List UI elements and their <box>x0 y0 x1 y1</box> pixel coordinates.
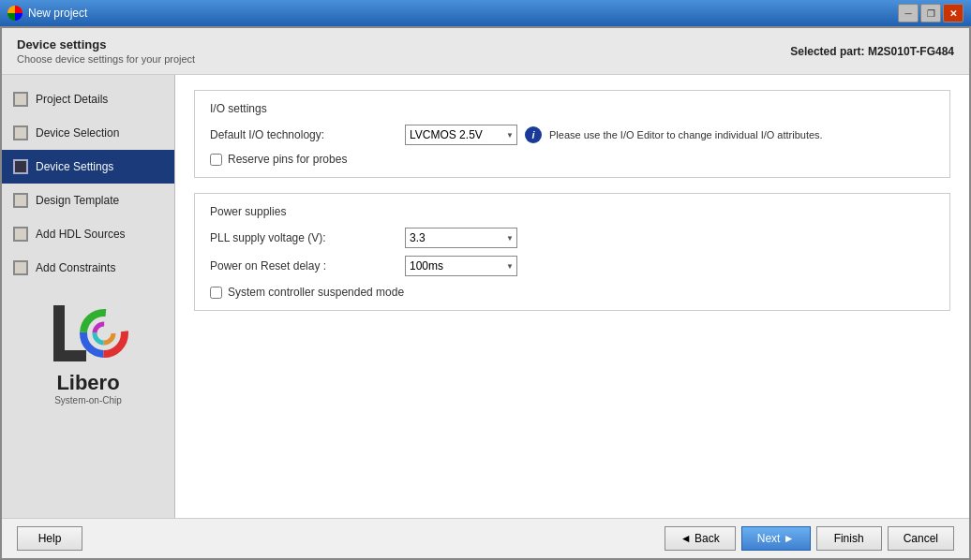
sidebar-bullet-add-constraints <box>13 260 28 275</box>
default-tech-label: Default I/O technology: <box>210 128 397 141</box>
info-icon[interactable]: i <box>525 126 542 143</box>
cancel-button[interactable]: Cancel <box>888 526 954 551</box>
libero-logo-svg <box>46 296 130 371</box>
finish-button[interactable]: Finish <box>816 526 882 551</box>
sidebar-item-project-details[interactable]: Project Details <box>2 82 174 116</box>
reserve-pins-label[interactable]: Reserve pins for probes <box>228 153 347 166</box>
app-icon <box>7 6 22 21</box>
suspended-mode-row: System controller suspended mode <box>210 286 934 299</box>
sidebar-item-add-hdl-sources[interactable]: Add HDL Sources <box>2 217 174 251</box>
selected-part: Selected part: M2S010T-FG484 <box>790 45 954 58</box>
content-area: Project Details Device Selection Device … <box>2 75 969 518</box>
sidebar-label-device-settings: Device Settings <box>36 160 113 173</box>
logo-sub: System-on-Chip <box>54 395 122 405</box>
sidebar-label-add-hdl-sources: Add HDL Sources <box>36 228 126 241</box>
libero-logo: Libero System-on-Chip <box>2 285 174 417</box>
pll-voltage-label: PLL supply voltage (V): <box>210 231 397 244</box>
reset-delay-select-wrapper: 100ms 200ms 50ms 10ms <box>405 256 517 276</box>
close-button[interactable]: ✕ <box>943 4 964 22</box>
default-tech-select[interactable]: LVCMOS 2.5V LVCMOS 3.3V LVCMOS 1.8V LVCM… <box>405 125 517 145</box>
pll-voltage-row: PLL supply voltage (V): 3.3 2.5 1.8 <box>210 228 934 248</box>
suspended-mode-label[interactable]: System controller suspended mode <box>228 286 404 299</box>
header-bar: Device settings Choose device settings f… <box>2 28 969 75</box>
logo-text: Libero <box>56 371 119 395</box>
svg-rect-1 <box>53 350 86 361</box>
info-message: Please use the I/O Editor to change indi… <box>549 129 823 140</box>
restore-button[interactable]: ❐ <box>920 4 941 22</box>
reset-delay-row: Power on Reset delay : 100ms 200ms 50ms … <box>210 256 934 276</box>
sidebar-item-device-selection[interactable]: Device Selection <box>2 116 174 150</box>
reset-delay-label: Power on Reset delay : <box>210 259 397 273</box>
sidebar-item-add-constraints[interactable]: Add Constraints <box>2 251 174 285</box>
main-panel: I/O settings Default I/O technology: LVC… <box>175 75 969 518</box>
sidebar-label-add-constraints: Add Constraints <box>36 261 115 274</box>
sidebar-bullet-add-hdl-sources <box>13 227 28 242</box>
reset-delay-select[interactable]: 100ms 200ms 50ms 10ms <box>405 256 517 276</box>
reserve-pins-row: Reserve pins for probes <box>210 153 934 166</box>
sidebar-bullet-device-settings <box>13 159 28 174</box>
io-settings-title: I/O settings <box>210 102 934 115</box>
sidebar-label-device-selection: Device Selection <box>36 126 119 140</box>
sidebar: Project Details Device Selection Device … <box>2 75 175 518</box>
help-button[interactable]: Help <box>17 526 82 551</box>
sidebar-bullet-project-details <box>13 92 28 107</box>
footer: Help ◄ Back Next ► Finish Cancel <box>2 518 969 558</box>
default-tech-select-wrapper: LVCMOS 2.5V LVCMOS 3.3V LVCMOS 1.8V LVCM… <box>405 125 517 145</box>
pll-voltage-select[interactable]: 3.3 2.5 1.8 <box>405 228 517 248</box>
sidebar-label-project-details: Project Details <box>36 93 108 106</box>
power-supplies-title: Power supplies <box>210 205 934 218</box>
title-bar: New project ─ ❐ ✕ <box>0 0 971 26</box>
minimize-button[interactable]: ─ <box>898 4 919 22</box>
back-button[interactable]: ◄ Back <box>665 526 736 551</box>
reserve-pins-checkbox[interactable] <box>210 154 222 166</box>
footer-right: ◄ Back Next ► Finish Cancel <box>665 526 954 551</box>
next-button[interactable]: Next ► <box>741 526 811 551</box>
sidebar-bullet-design-template <box>13 193 28 208</box>
pll-voltage-select-wrapper: 3.3 2.5 1.8 <box>405 228 517 248</box>
window-controls: ─ ❐ ✕ <box>898 4 964 22</box>
window-title: New project <box>28 7 87 20</box>
sidebar-label-design-template: Design Template <box>36 194 119 207</box>
io-settings-section: I/O settings Default I/O technology: LVC… <box>194 90 950 178</box>
power-supplies-section: Power supplies PLL supply voltage (V): 3… <box>194 193 950 311</box>
header-subtitle: Choose device settings for your project <box>17 53 195 65</box>
sidebar-bullet-device-selection <box>13 125 28 140</box>
default-tech-row: Default I/O technology: LVCMOS 2.5V LVCM… <box>210 125 934 145</box>
main-window: Device settings Choose device settings f… <box>0 26 971 560</box>
suspended-mode-checkbox[interactable] <box>210 287 222 299</box>
sidebar-item-device-settings[interactable]: Device Settings <box>2 150 174 184</box>
sidebar-item-design-template[interactable]: Design Template <box>2 184 174 217</box>
header-title: Device settings <box>17 37 195 52</box>
